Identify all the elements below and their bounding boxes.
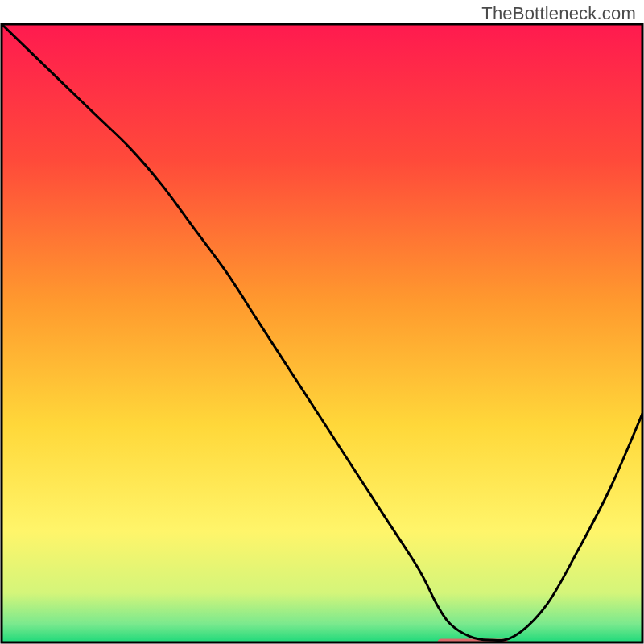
chart-root: TheBottleneck.com bbox=[0, 0, 644, 644]
chart-svg bbox=[0, 0, 644, 644]
watermark-label: TheBottleneck.com bbox=[481, 3, 636, 24]
